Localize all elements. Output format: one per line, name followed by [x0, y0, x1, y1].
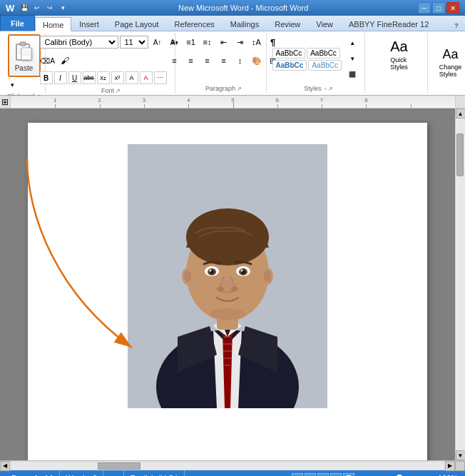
font-row-2: ⌫A 🖌 [40, 53, 183, 69]
para-row-1: ≡• ≡1 ≡↕ ⇤ ⇥ ↕A ¶ [167, 34, 281, 50]
increase-indent-btn[interactable]: ⇥ [232, 34, 248, 50]
styles-expand-icon[interactable]: ↗ [328, 86, 333, 92]
style-heading1[interactable]: AaBbCc [272, 60, 307, 71]
status-language[interactable]: English (U.S.) [124, 470, 185, 476]
help-button[interactable]: ? [451, 21, 462, 31]
document-scroll[interactable] [0, 108, 455, 460]
tab-view[interactable]: View [308, 16, 341, 31]
dropdown-quick-btn[interactable]: ▾ [57, 3, 68, 13]
hscroll-thumb[interactable] [98, 462, 140, 470]
underline-button[interactable]: U [68, 71, 81, 84]
bullets-btn[interactable]: ≡• [167, 34, 183, 50]
align-left-btn[interactable]: ≡ [167, 53, 183, 69]
scroll-track[interactable] [456, 119, 465, 450]
minimize-button[interactable]: ─ [418, 2, 431, 14]
font-size-select[interactable]: 11 [120, 36, 148, 49]
print-layout-btn[interactable]: ⊞ [292, 473, 303, 476]
justify-btn[interactable]: ≡ [216, 53, 232, 69]
clear-format-btn[interactable]: ⌫A [40, 53, 56, 69]
tab-references[interactable]: References [167, 16, 223, 31]
tab-review[interactable]: Review [267, 16, 308, 31]
save-quick-btn[interactable]: 💾 [19, 3, 30, 13]
styles-scroll-up[interactable]: ▲ [344, 36, 360, 51]
tab-pagelayout[interactable]: Page Layout [107, 16, 167, 31]
vscroll-bottom-corner[interactable] [455, 461, 465, 471]
text-highlight-btn[interactable]: A [126, 71, 138, 84]
font-row-3: B I U abc x₂ x² A A ⋯ [40, 71, 183, 84]
ribbon-group-styles: AaBbCc AaBbCc AaBbCc AaBbCc ▲ ▼ ⬛ Styles… [272, 33, 365, 93]
tab-abbyy[interactable]: ABBYY FineReader 12 [341, 16, 436, 31]
tab-file[interactable]: File [0, 15, 35, 31]
document-image [128, 144, 327, 408]
change-styles-btn[interactable]: Aa ChangeStyles [435, 43, 466, 83]
maximize-button[interactable]: □ [432, 2, 445, 14]
strikethrough-button[interactable]: abc [83, 71, 96, 84]
window-controls: ─ □ ✕ [418, 2, 459, 14]
hscroll-left-btn[interactable]: ◀ [0, 461, 10, 471]
multilevel-btn[interactable]: ≡↕ [200, 34, 215, 50]
font-name-select[interactable]: Calibri (Body) [40, 36, 118, 49]
font-misc-btn[interactable]: ⋯ [154, 71, 167, 84]
style-no-spacing[interactable]: AaBbCc [307, 48, 340, 59]
decrease-indent-btn[interactable]: ⇤ [216, 34, 232, 50]
outline-view-btn[interactable]: ≡ [330, 473, 342, 476]
paste-button[interactable]: Paste [8, 34, 41, 77]
align-right-btn[interactable]: ≡ [200, 53, 215, 69]
ruler-tick-5 [233, 103, 234, 108]
line-spacing-btn[interactable]: ↕ [232, 53, 248, 69]
style-heading2[interactable]: AaBbCc [308, 60, 342, 71]
tab-mailings[interactable]: Mailings [223, 16, 267, 31]
status-page[interactable]: Page: 1 of 1 [6, 470, 60, 476]
styles-scroll-down[interactable]: ▼ [344, 51, 360, 67]
tab-home[interactable]: Home [35, 17, 71, 31]
status-proofing: ✓ [103, 470, 124, 476]
format-painter-btn[interactable]: 🖌 [57, 53, 73, 69]
para-row-2: ≡ ≡ ≡ ≡ ↕ 🎨 ⊞ [167, 53, 281, 69]
align-center-btn[interactable]: ≡ [183, 53, 199, 69]
sort-btn[interactable]: ↕A [249, 34, 265, 50]
web-layout-btn[interactable]: ⊟ [317, 473, 329, 476]
tab-insert[interactable]: Insert [71, 16, 107, 31]
quick-access-toolbar: W 💾 ↩ ↪ ▾ [6, 3, 68, 14]
scroll-thumb[interactable] [456, 133, 464, 176]
svg-point-38 [241, 270, 243, 272]
ribbon-group-quickstyles: Aa QuickStyles [371, 33, 428, 93]
svg-point-37 [210, 270, 212, 272]
hscroll-right-btn[interactable]: ▶ [445, 461, 455, 471]
increase-font-btn[interactable]: A↑ [150, 34, 165, 50]
full-screen-btn[interactable]: ⊡ [305, 473, 316, 476]
ruler-num-7: 7 [320, 97, 323, 103]
text-color-btn[interactable]: A [140, 71, 153, 84]
paragraph-label: Paragraph ↗ [205, 85, 242, 92]
superscript-button[interactable]: x² [111, 71, 124, 84]
styles-content: AaBbCc AaBbCc AaBbCc AaBbCc ▲ ▼ ⬛ [272, 34, 365, 83]
quick-styles-icon: Aa [390, 39, 407, 55]
style-normal[interactable]: AaBbCc [272, 48, 306, 59]
ruler-corner[interactable]: ⊞ [0, 96, 11, 108]
scroll-down-btn[interactable]: ▼ [456, 450, 466, 460]
styles-label: Styles - ↗ [304, 85, 333, 92]
status-words[interactable]: Words: 0 [60, 470, 103, 476]
hscroll-track[interactable] [11, 462, 444, 470]
paragraph-expand-icon[interactable]: ↗ [237, 86, 242, 92]
draft-view-btn[interactable]: ≣ [343, 473, 354, 476]
ruler: ⊞ 1 2 3 4 5 6 7 8 [0, 96, 465, 108]
styles-more[interactable]: ⬛ [344, 67, 360, 83]
close-button[interactable]: ✕ [446, 2, 459, 14]
undo-quick-btn[interactable]: ↩ [31, 3, 43, 13]
ruler-num-6: 6 [276, 97, 279, 103]
quick-styles-btn[interactable]: Aa QuickStyles [384, 34, 415, 74]
title-bar: W 💾 ↩ ↪ ▾ New Microsoft Word - Microsoft… [0, 0, 465, 16]
paste-dropdown[interactable]: ▾ [8, 77, 18, 93]
bold-button[interactable]: B [40, 71, 53, 84]
redo-quick-btn[interactable]: ↪ [44, 3, 56, 13]
font-expand-icon[interactable]: ↗ [116, 88, 121, 94]
subscript-button[interactable]: x₂ [97, 71, 110, 84]
vertical-scrollbar[interactable]: ▲ ▼ [455, 108, 465, 460]
numbering-btn[interactable]: ≡1 [183, 34, 199, 50]
status-right-area: ⊞ ⊡ ⊟ ≡ ≣ ─ + 100% [292, 473, 459, 476]
italic-button[interactable]: I [54, 71, 67, 84]
ribbon-tabs: File Home Insert Page Layout References … [0, 16, 465, 31]
scroll-up-btn[interactable]: ▲ [456, 108, 466, 118]
shading-btn[interactable]: 🎨 [249, 53, 265, 69]
